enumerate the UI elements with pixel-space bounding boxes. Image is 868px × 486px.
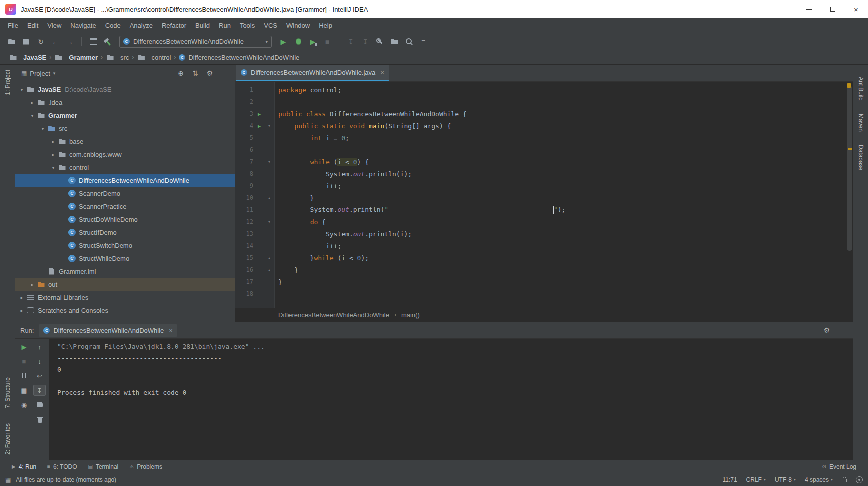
chevron-right-icon[interactable]: ▸ (28, 100, 37, 105)
code-line-2[interactable]: 2 (235, 96, 853, 108)
code-line-1[interactable]: 1package control; (235, 84, 853, 96)
menu-analyze[interactable]: Analyze (125, 18, 157, 33)
chevron-down-icon[interactable]: ▾ (38, 126, 47, 131)
chevron-right-icon[interactable]: ▸ (49, 139, 58, 144)
readonly-lock-icon[interactable] (842, 479, 847, 482)
line-separator-widget[interactable]: CRLF ▾ (746, 476, 766, 483)
editor-breadcrumb-differencesbetweenwhileanddowhile[interactable]: DifferencesBetweenWhileAndDoWhile (278, 311, 389, 319)
menu-run[interactable]: Run (214, 18, 235, 33)
encoding-widget[interactable]: UTF-8 ▾ (775, 476, 796, 483)
toolwindow-button-ant-build[interactable]: Ant Build (857, 77, 864, 101)
project-tree[interactable]: ▾JavaSED:\code\JavaSE▸.idea▾Grammer▾src▸… (15, 82, 235, 322)
close-button[interactable]: × (844, 0, 868, 18)
tree-item-differencesbetweenwhileanddowhile[interactable]: CDifferencesBetweenWhileAndDoWhile (15, 174, 235, 187)
collapse-all-icon[interactable]: ⇅ (189, 67, 202, 79)
toolwindow-button-favorites[interactable]: 2: Favorites (4, 423, 11, 455)
menu-edit[interactable]: Edit (23, 18, 43, 33)
fold-close-icon[interactable]: ▴ (265, 255, 273, 260)
project-view-selector[interactable]: ▦ Project ▾ (19, 70, 55, 77)
pause-output-icon[interactable] (18, 370, 30, 381)
run-tab[interactable]: C DifferencesBetweenWhileAndDoWhile × (39, 324, 177, 337)
tree-item-structdowhiledemo[interactable]: CStructDoWhileDemo (15, 213, 235, 226)
breadcrumb-item-src[interactable]: src (104, 53, 130, 61)
chevron-down-icon[interactable]: ▾ (17, 87, 26, 92)
project-structure-icon[interactable] (388, 36, 401, 48)
toolwindow-terminal[interactable]: ▤Terminal (82, 463, 124, 470)
synchronize-icon[interactable]: ↻ (34, 36, 47, 48)
restore-layout-icon[interactable]: ▦ (18, 385, 30, 396)
toolwindow-button-database[interactable]: Database (857, 145, 864, 170)
print-icon[interactable] (33, 399, 46, 410)
menu-vcs[interactable]: VCS (259, 18, 282, 33)
search-everywhere-icon[interactable] (402, 36, 415, 48)
fold-close-icon[interactable]: ▴ (265, 267, 273, 272)
clear-all-icon[interactable] (33, 414, 46, 425)
chevron-down-icon[interactable]: ▾ (28, 113, 37, 118)
event-log[interactable]: ⊙Event Log (817, 463, 862, 470)
toolwindow-run[interactable]: ▶4: Run (6, 463, 42, 470)
tree-item-grammer[interactable]: ▾Grammer (15, 109, 235, 122)
code-line-17[interactable]: 17} (235, 276, 853, 288)
editor-tab[interactable]: C DifferencesBetweenWhileAndDoWhile.java… (236, 65, 389, 81)
code-line-14[interactable]: 14 i++; (235, 240, 853, 252)
menu-build[interactable]: Build (191, 18, 214, 33)
up-stack-trace-icon[interactable]: ↑ (33, 341, 46, 352)
wrench-icon[interactable] (373, 36, 386, 48)
minimize-button[interactable] (797, 0, 821, 18)
soft-wrap-icon[interactable]: ↩ (33, 370, 46, 381)
settings-icon[interactable]: ⚙ (820, 324, 833, 336)
toolwindow-button-structure[interactable]: 7: Structure (4, 377, 11, 408)
code-line-5[interactable]: 5 int i = 0; (235, 132, 853, 144)
maximize-button[interactable] (821, 0, 844, 18)
tree-item-structifdemo[interactable]: CStructIfDemo (15, 226, 235, 239)
tree-item-com-cnblogs-www[interactable]: ▸com.cnblogs.www (15, 148, 235, 161)
code-line-3[interactable]: 3▶public class DifferencesBetweenWhileAn… (235, 108, 853, 120)
tree-item-out[interactable]: ▸out (15, 278, 235, 291)
menu-view[interactable]: View (43, 18, 66, 33)
warning-stripe-mark[interactable] (848, 148, 852, 150)
chevron-right-icon[interactable]: ▸ (17, 308, 26, 313)
chevron-right-icon[interactable]: ▸ (17, 295, 26, 300)
hide-panel-icon[interactable]: — (835, 324, 848, 336)
locate-file-icon[interactable]: ⊕ (174, 67, 187, 79)
code-line-13[interactable]: 13 System.out.println(i); (235, 228, 853, 240)
code-line-6[interactable]: 6 (235, 144, 853, 156)
run-line-icon[interactable]: ▶ (253, 123, 265, 129)
code-line-7[interactable]: 7▾ while (i < 0) { (235, 156, 853, 168)
code-line-18[interactable]: 18 (235, 288, 853, 300)
code-line-4[interactable]: 4▶▾ public static void main(String[] arg… (235, 120, 853, 132)
fold-close-icon[interactable]: ▴ (265, 195, 273, 200)
toolwindow-button-project[interactable]: 1: Project (4, 70, 11, 95)
save-all-icon[interactable] (20, 36, 33, 48)
editor[interactable]: 1package control;23▶public class Differe… (235, 82, 853, 308)
menu-file[interactable]: File (3, 18, 23, 33)
find-in-path-icon[interactable]: ≡ (417, 36, 430, 48)
close-icon[interactable]: × (380, 69, 384, 76)
tree-item-src[interactable]: ▾src (15, 122, 235, 135)
scroll-to-end-icon[interactable]: ↧ (33, 385, 46, 396)
build-project-icon[interactable] (101, 36, 114, 48)
code-line-12[interactable]: 12▾ do { (235, 216, 853, 228)
code-line-16[interactable]: 16▴ } (235, 264, 853, 276)
tree-item-base[interactable]: ▸base (15, 135, 235, 148)
code-line-8[interactable]: 8 System.out.println(i); (235, 168, 853, 180)
tree-item-control[interactable]: ▾control (15, 161, 235, 174)
pin-tab-icon[interactable]: ◉ (18, 399, 30, 410)
hide-panel-icon[interactable]: — (218, 67, 231, 79)
breadcrumb-item-grammer[interactable]: Grammer (53, 53, 99, 61)
fold-open-icon[interactable]: ▾ (265, 219, 273, 224)
indent-widget[interactable]: 4 spaces ▾ (805, 476, 833, 483)
forward-icon[interactable]: → (63, 36, 76, 48)
chevron-right-icon[interactable]: ▸ (49, 152, 58, 157)
menu-code[interactable]: Code (101, 18, 125, 33)
toolwindow-todo[interactable]: ≡6: TODO (42, 463, 82, 470)
menu-navigate[interactable]: Navigate (66, 18, 100, 33)
tree-item-grammer-iml[interactable]: Grammer.iml (15, 265, 235, 278)
tree-item-javase[interactable]: ▾JavaSED:\code\JavaSE (15, 83, 235, 96)
toolwindow-problems[interactable]: ⚠Problems (124, 463, 168, 470)
debug-icon[interactable] (292, 36, 305, 48)
open-in-editor-icon[interactable] (87, 36, 100, 48)
tree-item-scratches-and-consoles[interactable]: ▸Scratches and Consoles (15, 304, 235, 317)
dump-threads-icon[interactable]: ↧ (359, 36, 372, 48)
open-icon[interactable] (5, 36, 18, 48)
